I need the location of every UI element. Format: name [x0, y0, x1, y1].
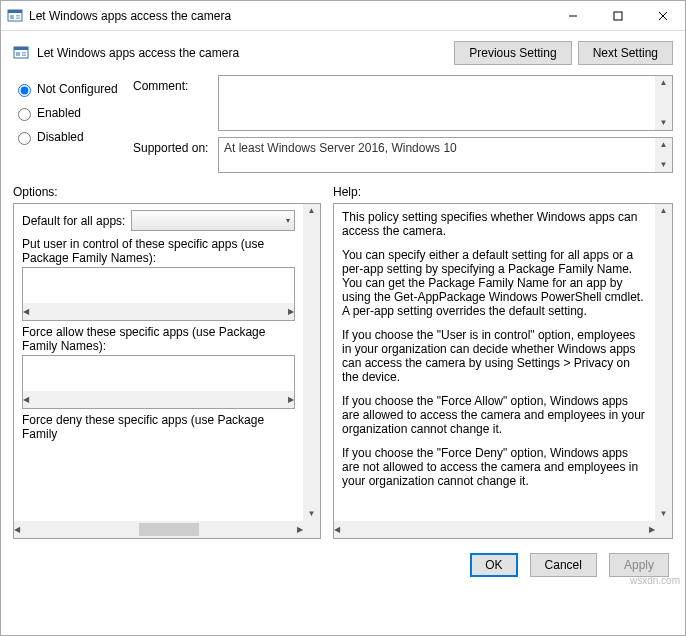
scroll-left-icon: ◀ [14, 523, 20, 537]
scroll-down-icon: ▼ [308, 507, 316, 521]
scrollbar-vertical[interactable]: ▲▼ [655, 138, 672, 172]
scrollbar-horizontal[interactable]: ◀▶ [14, 521, 303, 538]
comment-label: Comment: [133, 75, 218, 131]
default-for-all-label: Default for all apps: [22, 214, 125, 228]
scroll-right-icon: ▶ [288, 305, 294, 319]
radio-enabled[interactable]: Enabled [13, 105, 133, 121]
ok-button[interactable]: OK [470, 553, 517, 577]
dialog-footer: OK Cancel Apply [1, 539, 685, 591]
svg-rect-6 [614, 12, 622, 20]
radio-disabled[interactable]: Disabled [13, 129, 133, 145]
chevron-down-icon: ▾ [286, 214, 290, 228]
system-buttons [550, 1, 685, 30]
scrollbar-vertical[interactable]: ▲▼ [655, 76, 672, 130]
svg-rect-13 [22, 55, 26, 57]
scrollbar-horizontal[interactable]: ◀▶ [23, 391, 294, 408]
maximize-button[interactable] [595, 1, 640, 30]
minimize-button[interactable] [550, 1, 595, 30]
scroll-left-icon: ◀ [23, 305, 29, 319]
scroll-up-icon: ▲ [660, 204, 668, 218]
svg-rect-11 [16, 52, 20, 56]
radio-not-configured[interactable]: Not Configured [13, 81, 133, 97]
header-row: Let Windows apps access the camera Previ… [1, 31, 685, 75]
scrollbar-vertical[interactable]: ▲▼ [303, 204, 320, 521]
scroll-up-icon: ▲ [660, 76, 668, 90]
state-radio-group: Not Configured Enabled Disabled [13, 75, 133, 179]
help-label: Help: [333, 185, 673, 199]
titlebar: Let Windows apps access the camera [1, 1, 685, 31]
svg-rect-3 [16, 15, 20, 17]
policy-icon [13, 45, 29, 61]
force-allow-listbox[interactable]: ◀▶ [22, 355, 295, 409]
force-deny-label: Force deny these specific apps (use Pack… [22, 413, 295, 441]
app-icon [7, 8, 23, 24]
close-button[interactable] [640, 1, 685, 30]
scrollbar-horizontal[interactable]: ◀▶ [23, 303, 294, 320]
svg-rect-12 [22, 52, 26, 54]
scroll-down-icon: ▼ [660, 158, 668, 172]
supported-on-label: Supported on: [133, 137, 218, 173]
scroll-thumb[interactable] [139, 523, 199, 536]
policy-title: Let Windows apps access the camera [37, 46, 239, 60]
scroll-up-icon: ▲ [660, 138, 668, 152]
scroll-down-icon: ▼ [660, 116, 668, 130]
default-for-all-select[interactable]: ▾ [131, 210, 295, 231]
options-panel: Default for all apps: ▾ Put user in cont… [13, 203, 321, 539]
help-text: This policy setting specifies whether Wi… [334, 204, 655, 521]
scrollbar-horizontal[interactable]: ◀▶ [334, 521, 655, 538]
scroll-left-icon: ◀ [23, 393, 29, 407]
user-control-label: Put user in control of these specific ap… [22, 237, 295, 265]
supported-on-field: At least Windows Server 2016, Windows 10… [218, 137, 673, 173]
scrollbar-vertical[interactable]: ▲▼ [655, 204, 672, 521]
comment-textarea[interactable]: ▲▼ [218, 75, 673, 131]
options-label: Options: [13, 185, 321, 199]
watermark: wsxdn.com [630, 575, 680, 586]
svg-rect-2 [10, 15, 14, 19]
svg-rect-1 [8, 10, 22, 13]
help-panel: This policy setting specifies whether Wi… [333, 203, 673, 539]
scroll-left-icon: ◀ [334, 523, 340, 537]
svg-rect-4 [16, 17, 20, 19]
svg-rect-10 [14, 47, 28, 50]
window-title: Let Windows apps access the camera [29, 9, 550, 23]
force-allow-label: Force allow these specific apps (use Pac… [22, 325, 295, 353]
next-setting-button[interactable]: Next Setting [578, 41, 673, 65]
apply-button[interactable]: Apply [609, 553, 669, 577]
scroll-right-icon: ▶ [288, 393, 294, 407]
user-control-listbox[interactable]: ◀▶ [22, 267, 295, 321]
scroll-down-icon: ▼ [660, 507, 668, 521]
scroll-up-icon: ▲ [308, 204, 316, 218]
cancel-button[interactable]: Cancel [530, 553, 597, 577]
previous-setting-button[interactable]: Previous Setting [454, 41, 571, 65]
